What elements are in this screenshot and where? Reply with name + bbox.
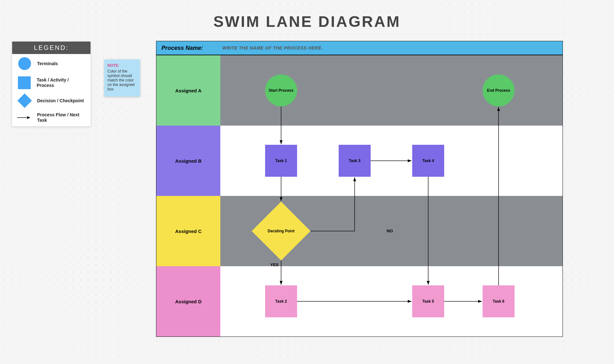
node-task2[interactable]: Task 2 [265,285,297,317]
lane-a: Assigned A Start Process End Process [156,55,563,126]
node-task1[interactable]: Task 1 [265,145,297,177]
process-name-label: Process Name: [161,45,203,51]
legend-label: Process Flow / Next Task [37,112,86,123]
legend-item-decision: Decision / Checkpoint [12,92,91,109]
lane-body-a: Start Process End Process [220,55,563,126]
lane-header-d: Assigned D [156,266,220,337]
lanes: Assigned A Start Process End Process Ass… [156,55,563,337]
lane-b: Assigned B Task 1 Task 3 Task 4 [156,126,563,196]
circle-icon [18,57,31,70]
legend-label: Terminals [37,61,58,66]
node-decision-label: Deciding Point [260,210,302,252]
legend-panel: LEGEND: Terminals Task / Activity / Proc… [12,42,91,126]
lane-header-a: Assigned A [156,55,220,126]
note-title: NOTE: [107,63,137,68]
note-panel: NOTE: Color of the symbol should match t… [104,59,140,97]
legend-header: LEGEND: [12,42,91,54]
lane-header-b: Assigned B [156,126,220,196]
node-decision[interactable]: Deciding Point [252,202,311,260]
lane-header-c: Assigned C [156,196,220,266]
lane-d: Assigned D Task 2 Task 5 Task 6 [156,266,563,337]
lane-c: Assigned C Deciding Point [156,196,563,266]
node-task3[interactable]: Task 3 [339,145,371,177]
node-task5[interactable]: Task 5 [412,285,444,317]
process-name-row: Process Name: WRITE THE NAME OF THE PROC… [156,41,563,55]
square-icon [18,76,31,89]
legend-label: Decision / Checkpoint [37,98,84,104]
page-title: SWIM LANE DIAGRAM [213,13,400,30]
node-task6[interactable]: Task 6 [483,285,515,317]
edge-label-no: NO [387,228,393,233]
node-task4[interactable]: Task 4 [412,145,444,177]
arrow-icon [17,114,33,121]
edge-label-yes: YES [270,262,279,267]
lane-body-b: Task 1 Task 3 Task 4 [220,126,563,196]
process-name-placeholder[interactable]: WRITE THE NAME OF THE PROCESS HERE. [222,45,323,50]
legend-item-terminals: Terminals [12,54,91,73]
swimlane-diagram: Process Name: WRITE THE NAME OF THE PROC… [156,41,563,337]
note-text: Color of the symbol should match the col… [107,69,137,91]
legend-item-task: Task / Activity / Process [12,73,91,92]
legend-item-flow: Process Flow / Next Task [12,109,91,126]
legend-label: Task / Activity / Process [37,77,86,88]
node-end[interactable]: End Process [483,74,515,106]
node-start[interactable]: Start Process [265,74,297,106]
diamond-icon [17,93,32,108]
lane-body-d: Task 2 Task 5 Task 6 [220,266,563,337]
